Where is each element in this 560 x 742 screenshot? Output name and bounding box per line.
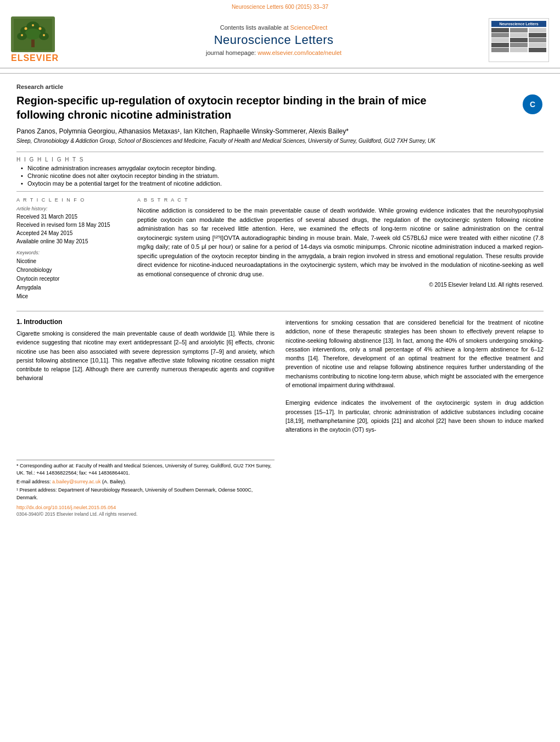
received: Received 31 March 2015 (16, 213, 126, 221)
svg-point-4 (25, 29, 41, 40)
svg-point-10 (21, 34, 23, 36)
email-link[interactable]: a.bailey@surrey.ac.uk (52, 479, 101, 484)
svg-point-8 (25, 27, 27, 30)
elsevier-wordmark: ELSEVIER (11, 53, 59, 63)
intro-text-col1: Cigarette smoking is considered the main… (16, 329, 275, 383)
bottom-doi[interactable]: http://dx.doi.org/10.1016/j.neulet.2015.… (16, 505, 275, 510)
journal-header: ELSEVIER Contents lists available at Sci… (0, 12, 560, 69)
highlights-label: H I G H L I G H T S (16, 157, 544, 163)
journal-cover-header: Neuroscience Letters (491, 21, 546, 27)
header-divider (0, 73, 560, 74)
accepted: Accepted 24 May 2015 (16, 229, 126, 237)
highlights-list: Nicotine administration increases amygda… (16, 165, 544, 187)
crossmark-logo[interactable]: C (522, 93, 544, 115)
page: Neuroscience Letters 600 (2015) 33–37 (0, 0, 560, 742)
footnote-1: * Corresponding author at: Faculty of He… (16, 462, 275, 477)
keyword-2: Chronobiology (16, 266, 126, 275)
abstract-label: A B S T R A C T (137, 197, 544, 203)
footnote-email: E-mail address: a.bailey@surrey.ac.uk (A… (16, 478, 275, 486)
highlight-item-3: Oxytocin may be a potential target for t… (21, 180, 544, 187)
keyword-5: Mice (16, 292, 126, 301)
sciencedirect-link[interactable]: ScienceDirect (290, 24, 328, 31)
homepage-url[interactable]: www.elsevier.com/locate/neulet (257, 49, 341, 56)
article-info-column: A R T I C L E I N F O Article history: R… (16, 197, 126, 305)
footnotes-area: * Corresponding author at: Faculty of He… (16, 460, 275, 502)
body-col-right: interventions for smoking cessation that… (285, 318, 544, 517)
journal-cover-image: Neuroscience Letters (489, 18, 549, 62)
article-title: Region-specific up-regulation of oxytoci… (16, 93, 434, 122)
affiliation: Sleep, Chronobiology & Addiction Group, … (16, 137, 544, 145)
svg-point-12 (32, 24, 34, 26)
journal-homepage: journal homepage: www.elsevier.com/locat… (59, 49, 489, 56)
svg-rect-7 (31, 40, 35, 47)
info-abstract-section: A R T I C L E I N F O Article history: R… (16, 197, 544, 305)
crossmark-circle: C (523, 94, 542, 114)
keyword-3: Oxytocin receptor (16, 275, 126, 283)
article-info-label: A R T I C L E I N F O (16, 197, 126, 203)
highlight-item-1: Nicotine administration increases amygda… (21, 165, 544, 171)
highlights-top-rule (16, 152, 544, 152)
months-text: months (285, 355, 304, 361)
contents-label: Contents lists available at (220, 24, 289, 31)
body-col-left: 1. Introduction Cigarette smoking is con… (16, 318, 275, 517)
article-type: Research article (16, 83, 544, 90)
doi-line: Neuroscience Letters 600 (2015) 33–37 (232, 4, 328, 10)
article-content: Research article Region-specific up-regu… (0, 78, 560, 522)
svg-point-9 (39, 27, 42, 30)
journal-title: Neuroscience Letters (59, 33, 489, 47)
keyword-4: Amygdala (16, 283, 126, 292)
received-revised: Received in revised form 18 May 2015 (16, 221, 126, 229)
svg-point-11 (43, 34, 45, 36)
intro-heading: 1. Introduction (16, 318, 275, 326)
received-date: Received 31 March 2015 Received in revis… (16, 213, 126, 246)
keywords-list: Nicotine Chronobiology Oxytocin receptor… (16, 257, 126, 301)
available: Available online 30 May 2015 (16, 237, 126, 246)
highlights-bottom-rule (16, 191, 544, 192)
homepage-label: journal homepage: (206, 49, 256, 56)
highlight-item-2: Chronic nicotine does not alter oxytocin… (21, 172, 544, 179)
history-label: Article history: (16, 206, 126, 211)
footnote-2: ¹ Present address: Department of Neurobi… (16, 487, 275, 501)
keywords-block: Keywords: Nicotine Chronobiology Oxytoci… (16, 250, 126, 301)
copyright-line: © 2015 Elsevier Ireland Ltd. All rights … (137, 282, 544, 288)
doi-url: http://dx.doi.org/10.1016/j.neulet.2015.… (16, 505, 116, 510)
article-history-block: Article history: Received 31 March 2015 … (16, 206, 126, 246)
keyword-1: Nicotine (16, 257, 126, 266)
highlights-section: H I G H L I G H T S Nicotine administrat… (16, 157, 544, 187)
intro-text-col2: interventions for smoking cessation that… (285, 318, 544, 434)
elsevier-logo: ELSEVIER (11, 16, 59, 63)
keywords-label: Keywords: (16, 250, 126, 255)
title-row: Region-specific up-regulation of oxytoci… (16, 93, 544, 127)
abstract-bottom-rule (16, 311, 544, 311)
elsevier-tree-icon (11, 16, 55, 52)
abstract-column: A B S T R A C T Nicotine addiction is co… (137, 197, 544, 305)
abstract-text: Nicotine addiction is considered to be t… (137, 206, 544, 278)
issn-line: 0304-3940/© 2015 Elsevier Ireland Ltd. A… (16, 511, 275, 517)
authors: Panos Zanos, Polymnia Georgiou, Athanasi… (16, 127, 544, 135)
body-section: 1. Introduction Cigarette smoking is con… (16, 318, 544, 517)
journal-title-section: Contents lists available at ScienceDirec… (59, 24, 489, 56)
journal-cover-body (491, 28, 546, 52)
